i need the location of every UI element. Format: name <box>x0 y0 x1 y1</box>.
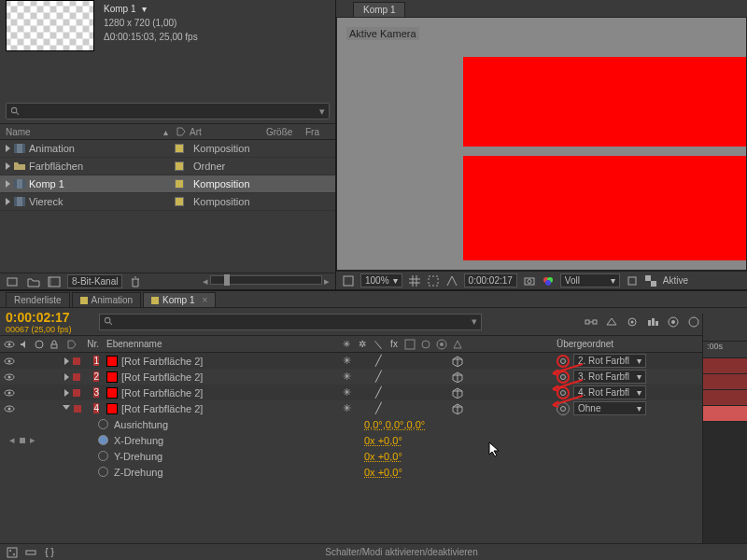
audio-toggle[interactable] <box>18 387 29 399</box>
motionblur-switch[interactable] <box>419 386 432 399</box>
label-swatch[interactable] <box>73 373 80 381</box>
timeline-search-input[interactable]: ▾ <box>99 314 482 330</box>
3d-switch[interactable] <box>451 402 464 415</box>
shy-switch[interactable]: ✳ <box>340 386 353 399</box>
parent-selector[interactable]: Ohne▾ <box>573 401 646 415</box>
expand-triangle-icon[interactable] <box>64 357 69 365</box>
active-camera-label[interactable]: Aktive Kamera <box>346 27 419 40</box>
frameblend-switch[interactable] <box>403 371 416 384</box>
time-ruler[interactable]: :00s <box>703 342 747 358</box>
lock-toggle[interactable] <box>46 403 57 414</box>
3d-switch[interactable] <box>451 355 464 368</box>
layer-name[interactable]: [Rot Farbfläche 2] <box>121 403 203 414</box>
expand-triangle-icon[interactable] <box>6 162 10 170</box>
snapshot-icon[interactable] <box>523 274 536 287</box>
label-swatch[interactable] <box>175 179 184 189</box>
col-art-header[interactable]: Art <box>190 127 266 137</box>
lock-toggle[interactable] <box>46 356 57 367</box>
solid-color-swatch[interactable] <box>106 387 118 399</box>
quality-switch[interactable]: ╱ <box>372 386 385 399</box>
label-swatch[interactable] <box>175 197 184 206</box>
layer-preview-box[interactable] <box>463 57 747 147</box>
toggle-switches-label[interactable]: Schalter/Modi aktivieren/deaktivieren <box>56 547 747 557</box>
audio-toggle[interactable] <box>18 356 29 367</box>
property-value[interactable]: 0x +0,0° <box>364 435 402 446</box>
label-swatch[interactable] <box>73 389 80 397</box>
audio-toggle[interactable] <box>18 403 29 414</box>
motionblur-switch[interactable] <box>419 371 432 384</box>
video-col-icon[interactable] <box>4 338 16 351</box>
layer-row[interactable]: 2[Rot Farbfläche 2]✳╱3. Rot Farbfl▾ <box>0 369 747 385</box>
label-swatch[interactable] <box>175 161 184 171</box>
layer-name[interactable]: [Rot Farbfläche 2] <box>121 356 203 367</box>
expand-icon[interactable] <box>24 546 37 559</box>
video-toggle-icon[interactable] <box>4 403 15 414</box>
viewer-options-icon[interactable] <box>342 274 355 287</box>
chevron-down-icon[interactable]: ▾ <box>472 315 477 328</box>
audio-col-icon[interactable] <box>19 338 31 351</box>
col-nr-header[interactable]: Nr. <box>84 339 101 349</box>
collapse-switch[interactable] <box>356 355 369 368</box>
solo-toggle[interactable] <box>32 371 43 383</box>
parent-selector[interactable]: 3. Rot Farbfl▾ <box>573 370 646 384</box>
toggle-switches-icon[interactable] <box>6 546 19 559</box>
motionblur-switch[interactable] <box>419 402 432 415</box>
transparency-grid-icon[interactable] <box>644 274 657 287</box>
layer-name[interactable]: [Rot Farbfläche 2] <box>121 371 203 383</box>
layer-row[interactable]: 3[Rot Farbfläche 2]✳╱4. Rot Farbfl▾ <box>0 385 747 400</box>
add-key-icon[interactable]: ◆ <box>16 433 30 447</box>
adjustment-switch[interactable] <box>435 355 448 368</box>
expand-triangle-icon[interactable] <box>64 389 69 397</box>
collapse-triangle-icon[interactable] <box>63 405 70 410</box>
label-swatch[interactable] <box>74 405 81 413</box>
property-name[interactable]: Y-Drehung <box>114 451 364 462</box>
sort-arrow-icon[interactable]: ▴ <box>163 127 176 137</box>
shy-switch[interactable]: ✳ <box>340 371 353 384</box>
tag-icon[interactable] <box>176 127 190 136</box>
layer-row[interactable]: 4[Rot Farbfläche 2]✳╱Ohne▾ <box>0 400 747 416</box>
3d-switch[interactable] <box>451 386 464 399</box>
trash-icon[interactable] <box>128 275 143 288</box>
comp-mini-flowchart-icon[interactable] <box>585 315 598 329</box>
col-size-header[interactable]: Größe <box>266 127 305 137</box>
stopwatch-icon[interactable] <box>98 419 108 429</box>
3d-switch[interactable] <box>451 371 464 384</box>
video-toggle-icon[interactable] <box>4 387 15 399</box>
collapse-switch[interactable] <box>356 386 369 399</box>
toggle-alpha-icon[interactable] <box>445 274 458 287</box>
project-item[interactable]: ViereckKomposition <box>0 193 335 211</box>
timeline-tab[interactable]: Komp 1× <box>143 292 216 307</box>
project-item[interactable]: FarbflächenOrdner <box>0 158 335 175</box>
property-value[interactable]: 0x +0,0° <box>364 467 402 478</box>
label-swatch[interactable] <box>175 144 184 153</box>
frameblend-switch[interactable] <box>403 355 416 368</box>
pickwhip-icon[interactable] <box>557 402 570 415</box>
comp-menu-caret-icon[interactable]: ▾ <box>142 2 147 16</box>
composition-viewer[interactable]: Aktive Kamera <box>336 17 747 271</box>
layer-bar[interactable] <box>703 374 747 390</box>
grid-icon[interactable] <box>408 274 421 287</box>
motionblur-switch[interactable] <box>419 355 432 368</box>
mask-icon[interactable] <box>427 274 440 287</box>
timeline-tab[interactable]: Renderliste <box>6 292 70 307</box>
scroll-left-icon[interactable]: ◂ <box>203 275 208 287</box>
channel-icon[interactable] <box>542 274 555 287</box>
property-name[interactable]: X-Drehung <box>114 435 364 446</box>
solid-color-swatch[interactable] <box>106 403 118 414</box>
solid-color-swatch[interactable] <box>106 356 118 367</box>
col-name-header[interactable]: Name <box>0 127 163 137</box>
property-value[interactable]: 0,0°,0,0°,0,0° <box>364 419 425 430</box>
parent-selector[interactable]: 4. Rot Farbfl▾ <box>573 385 646 399</box>
expand-triangle-icon[interactable] <box>6 180 10 188</box>
video-toggle-icon[interactable] <box>4 356 15 367</box>
solo-col-icon[interactable] <box>34 338 46 351</box>
scroll-right-icon[interactable]: ▸ <box>324 275 330 287</box>
viewer-tab[interactable]: Komp 1 <box>353 2 405 17</box>
pickwhip-icon[interactable] <box>557 386 570 399</box>
brainstorm-icon[interactable] <box>687 315 700 329</box>
current-time-display[interactable]: 0:00:02:17 <box>464 273 517 287</box>
timeline-tab[interactable]: Animation <box>72 292 141 307</box>
adjustment-switch[interactable] <box>435 386 448 399</box>
layer-name[interactable]: [Rot Farbfläche 2] <box>121 387 203 399</box>
adjustment-switch[interactable] <box>435 402 448 415</box>
